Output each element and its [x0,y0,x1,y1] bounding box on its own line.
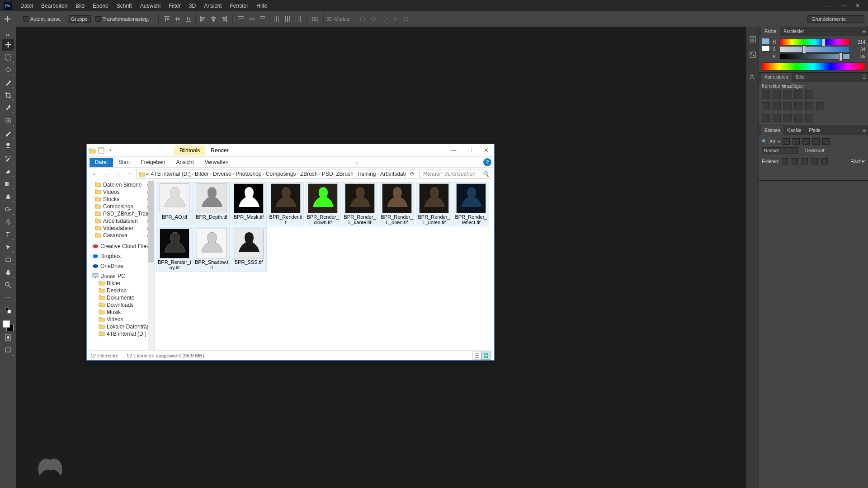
brightness-icon[interactable] [762,90,770,99]
move-tool[interactable] [2,39,14,51]
panel-menu-icon[interactable]: ≡ [862,28,866,36]
3d-slide-icon[interactable] [392,15,399,23]
context-tab-bildtools[interactable]: Bildtools [174,145,205,155]
file-item[interactable]: BPR_Depth.tif [193,182,230,226]
levels-icon[interactable] [773,90,781,99]
tree-item[interactable]: OneDrive [87,263,154,270]
panel-menu-icon[interactable]: ≡ [862,73,866,81]
breadcrumb[interactable]: Composings [265,171,297,177]
spectrum-bar[interactable] [762,62,865,70]
align-top-icon[interactable] [163,15,170,23]
crop-tool[interactable] [2,89,14,101]
lock-position-icon[interactable] [802,158,808,164]
filter-type-icon[interactable] [802,138,810,145]
menu-item[interactable]: Fenster [226,3,253,9]
zoom-tool[interactable] [2,279,14,291]
explorer-nav-tree[interactable]: Dateien Simone📌Videos📌Stocks📌Composings📌… [87,180,155,350]
eyedropper-tool[interactable] [2,102,14,114]
tree-item[interactable]: 4TB internal (D:) [87,330,154,338]
nav-recent-button[interactable]: ⌄ [113,169,123,179]
explorer-maximize-button[interactable]: □ [462,145,478,156]
nav-forward-button[interactable]: → [101,169,111,179]
channel-mixer-icon[interactable] [805,102,813,110]
file-item[interactable]: BPR_Render_reflect.tif [453,182,489,226]
tree-item[interactable]: Dateien Simone📌 [87,181,154,188]
lock-pixels-icon[interactable] [792,158,798,164]
menu-item[interactable]: Filter [165,3,185,9]
filter-smart-icon[interactable] [822,138,830,145]
explorer-titlebar[interactable]: ▾ Bildtools Render — □ ✕ [87,144,494,157]
foreground-swatch[interactable] [762,38,770,44]
gradient-tool[interactable] [2,178,14,190]
history-brush-tool[interactable] [2,153,14,164]
align-left-icon[interactable] [199,15,206,23]
distribute-bottom-icon[interactable] [259,15,266,23]
explorer-minimize-button[interactable]: — [445,145,462,156]
panel-tab-swatches[interactable]: Farbfelder [780,27,808,36]
slider-handle[interactable] [802,46,806,54]
file-item[interactable]: BPR_Mask.tif [231,182,267,226]
tree-item[interactable]: Musik [87,309,154,316]
menu-item[interactable]: Bild [71,3,89,9]
panel-tab-color[interactable]: Farbe [761,27,780,36]
panel-tab-channels[interactable]: Kanäle [783,126,805,135]
lock-all-icon[interactable] [821,158,828,164]
qat-dropdown-icon[interactable]: ▾ [107,147,114,154]
breadcrumb[interactable]: ZBrush [299,171,319,177]
breadcrumb[interactable]: Arbeitsdateien [379,171,406,177]
nav-back-button[interactable]: ← [90,169,99,179]
file-item[interactable]: BPR_Render_clown.tif [305,182,341,226]
file-item[interactable]: BPR_Render_L_oben.tif [379,182,415,226]
tree-item-this-pc[interactable]: Dieser PC [87,272,154,280]
color-lookup-icon[interactable] [816,102,824,110]
blend-mode-combo[interactable]: Normal [762,147,798,154]
tree-item[interactable]: Dropbox [87,253,154,260]
search-input[interactable]: "Render" durchsuchen 🔍 [419,169,491,179]
edit-toolbar-button[interactable]: ⋯ [2,292,14,304]
hue-icon[interactable] [762,102,770,110]
vibrance-icon[interactable] [805,90,813,99]
3d-scale-icon[interactable] [402,15,410,23]
auto-align-icon[interactable] [311,15,319,23]
refresh-button[interactable]: ⟳ [407,169,417,179]
file-item[interactable]: BPR_Render_L_unten.tif [416,182,452,226]
dodge-tool[interactable] [2,203,14,215]
explorer-file-list[interactable]: BPR_AO.tifBPR_Depth.tifBPR_Mask.tifBPR_R… [155,180,494,350]
sat-value[interactable]: 34 [852,47,865,52]
breadcrumb[interactable]: PSD_ZBrush_Training [321,171,377,177]
ribbon-tab[interactable]: Freigeben [135,158,170,167]
nav-up-button[interactable]: ↑ [125,169,135,179]
rectangle-tool[interactable] [2,254,14,266]
color-swatch[interactable] [3,320,14,331]
align-vcenter-icon[interactable] [174,15,181,23]
scrollbar[interactable] [148,180,154,350]
layer-filter-kind-icon[interactable]: 🔍 [762,139,767,144]
tree-item[interactable]: Videos [87,316,154,323]
ribbon-expand-icon[interactable]: ⌄ [355,160,359,164]
clone-stamp-tool[interactable] [2,140,14,152]
maximize-button[interactable]: ▭ [836,2,850,10]
eraser-tool[interactable] [2,165,14,177]
tree-item[interactable]: Arbeitsdateien📌 [87,217,154,225]
panel-menu-icon[interactable]: ≡ [862,127,866,135]
threshold-icon[interactable] [783,114,792,122]
screenmode-toggle[interactable] [2,344,14,356]
properties-icon[interactable] [98,147,105,154]
bw-icon[interactable] [783,102,792,110]
slider-handle[interactable] [839,53,843,61]
view-details-button[interactable] [472,352,481,360]
lock-transparency-icon[interactable] [782,158,788,164]
tree-item[interactable]: Lokaler Datenträger (C:) [87,323,154,330]
menu-item[interactable]: 3D [185,3,200,9]
ribbon-tab[interactable]: Start [113,158,135,167]
align-right-icon[interactable] [221,15,228,23]
sat-slider[interactable] [780,46,850,52]
magic-wand-tool[interactable] [2,77,14,89]
file-item[interactable]: BPR_Render_toy.tif [156,227,193,272]
align-bottom-icon[interactable] [185,15,192,23]
breadcrumb[interactable]: 4TB internal (D:) [150,171,192,177]
path-selection-tool[interactable] [2,241,14,253]
posterize-icon[interactable] [773,114,781,122]
menu-item[interactable]: Datei [16,3,37,9]
menu-item[interactable]: Ebene [89,3,113,9]
